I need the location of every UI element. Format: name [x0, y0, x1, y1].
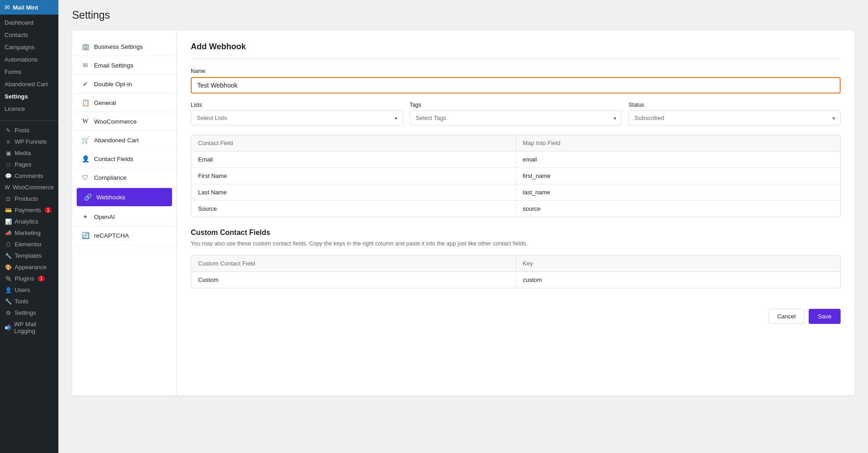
- analytics-icon: 📊: [5, 219, 12, 225]
- contact-field-source: Source: [191, 201, 516, 217]
- sidebar-item-posts[interactable]: ✎ Posts: [0, 125, 58, 136]
- custom-fields-table-header: Custom Contact Field Key: [191, 255, 840, 272]
- contact-field-email: Email: [191, 151, 516, 167]
- menu-item-compliance[interactable]: 🛡 Compliance: [72, 168, 177, 187]
- sidebar-item-analytics[interactable]: 📊 Analytics: [0, 216, 58, 227]
- menu-item-email-settings[interactable]: ✉ Email Settings: [72, 56, 177, 75]
- tags-select[interactable]: Select Tags: [410, 110, 622, 125]
- tags-label: Tags: [410, 102, 622, 108]
- sidebar-item-wp-funnels[interactable]: ≡ WP Funnels: [0, 136, 58, 147]
- sidebar-item-abandoned-cart[interactable]: Abandoned Cart: [0, 78, 58, 90]
- products-icon: ⊡: [5, 196, 12, 202]
- abandoned-cart-icon: 🛒: [81, 136, 89, 144]
- menu-item-openai[interactable]: ✦ OpenAI: [72, 208, 177, 226]
- name-input[interactable]: [191, 77, 841, 94]
- compliance-icon: 🛡: [81, 174, 89, 181]
- sidebar-item-licence[interactable]: Licence: [0, 103, 58, 115]
- general-icon: 📋: [81, 99, 89, 106]
- menu-item-double-optin[interactable]: ✔ Double Opt-in: [72, 75, 177, 94]
- save-button[interactable]: Save: [809, 309, 841, 324]
- map-field-email: email: [516, 151, 841, 167]
- menu-item-business-settings[interactable]: 🏢 Business Settings: [72, 37, 177, 56]
- menu-item-woocommerce[interactable]: W WooCommerce: [72, 112, 177, 131]
- sidebar-item-appearance[interactable]: 🎨 Appearance: [0, 261, 58, 273]
- comments-icon: 💬: [5, 173, 12, 179]
- plugins-badge: 1: [38, 276, 45, 281]
- sidebar-item-campaigns[interactable]: Campaigns: [0, 41, 58, 53]
- openai-icon: ✦: [81, 213, 89, 220]
- sidebar-item-forms[interactable]: Forms: [0, 66, 58, 78]
- map-field-source: source: [516, 201, 841, 217]
- map-field-header: Map Into Field: [516, 135, 841, 151]
- business-settings-icon: 🏢: [81, 43, 89, 50]
- sidebar-item-woocommerce[interactable]: W WooCommerce: [0, 182, 58, 193]
- main-content: Settings 🏢 Business Settings ✉ Email Set…: [58, 0, 868, 453]
- webhook-form-title: Add Webhook: [191, 42, 841, 59]
- contact-fields-table-header: Contact Field Map Into Field: [191, 135, 840, 151]
- sidebar-logo[interactable]: ✉ Mail Mint: [0, 0, 58, 15]
- pages-icon: □: [5, 161, 12, 168]
- sidebar-item-settings[interactable]: Settings: [0, 90, 58, 103]
- custom-fields-title: Custom Contact Fields: [191, 229, 841, 237]
- sidebar-item-wp-mail-logging[interactable]: 📬 WP Mail Logging: [0, 318, 58, 337]
- sidebar-item-media[interactable]: ▣ Media: [0, 147, 58, 159]
- sidebar-item-automations[interactable]: Automations: [0, 53, 58, 66]
- settings-right-panel: Add Webhook Name Lists Select Lists ▼: [177, 31, 854, 396]
- status-select[interactable]: Subscribed: [628, 110, 841, 125]
- menu-item-contact-fields[interactable]: 👤 Contact Fields: [72, 150, 177, 168]
- menu-item-recaptcha[interactable]: 🔄 reCAPTCHA: [72, 226, 177, 245]
- custom-fields-section: Custom Contact Fields You may also use t…: [191, 229, 841, 288]
- sidebar-item-plugins[interactable]: 🔌 Plugins 1: [0, 273, 58, 284]
- table-row: First Name first_name: [191, 168, 840, 184]
- lists-dropdown-group: Lists Select Lists ▼: [191, 102, 403, 125]
- sidebar-item-dashboard[interactable]: Dashboard: [0, 16, 58, 29]
- status-dropdown-wrapper: Subscribed ▼: [628, 110, 841, 125]
- sidebar-item-tools[interactable]: 🔧 Tools: [0, 296, 58, 307]
- sidebar-item-contacts[interactable]: Contacts: [0, 29, 58, 41]
- double-optin-icon: ✔: [81, 80, 89, 88]
- menu-item-general[interactable]: 📋 General: [72, 94, 177, 112]
- sidebar-item-elementor[interactable]: ⬡ Elementor: [0, 239, 58, 250]
- sidebar-item-payments[interactable]: 💳 Payments 1: [0, 204, 58, 216]
- cancel-button[interactable]: Cancel: [769, 309, 804, 324]
- appearance-icon: 🎨: [5, 264, 12, 271]
- contact-field-lastname: Last Name: [191, 184, 516, 200]
- settings-container: 🏢 Business Settings ✉ Email Settings ✔ D…: [72, 31, 854, 396]
- sidebar-item-products[interactable]: ⊡ Products: [0, 193, 58, 204]
- custom-field-custom: Custom: [191, 272, 516, 288]
- menu-item-abandoned-cart[interactable]: 🛒 Abandoned Cart: [72, 131, 177, 150]
- settings-nav-icon: ⚙: [5, 310, 12, 316]
- sidebar-item-templates[interactable]: 🔧 Templates: [0, 250, 58, 261]
- custom-fields-desc: You may also use these custom contact fi…: [191, 240, 841, 248]
- woocommerce-icon: W: [5, 184, 10, 191]
- custom-table-row: Custom custom: [191, 272, 840, 288]
- sidebar-item-pages[interactable]: □ Pages: [0, 159, 58, 170]
- recaptcha-icon: 🔄: [81, 232, 89, 239]
- table-row: Last Name last_name: [191, 184, 840, 201]
- contact-fields-icon: 👤: [81, 155, 89, 162]
- sidebar-item-marketing[interactable]: 📣 Marketing: [0, 227, 58, 239]
- lists-select[interactable]: Select Lists: [191, 110, 403, 125]
- custom-contact-field-header: Custom Contact Field: [191, 255, 516, 271]
- marketing-icon: 📣: [5, 230, 12, 236]
- elementor-icon: ⬡: [5, 241, 12, 248]
- lists-label: Lists: [191, 102, 403, 108]
- status-label: Status: [628, 102, 841, 108]
- sidebar-item-users[interactable]: 👤 Users: [0, 284, 58, 296]
- map-field-firstname: first_name: [516, 168, 841, 184]
- wp-mail-logging-icon: 📬: [5, 324, 11, 331]
- tools-icon: 🔧: [5, 298, 12, 305]
- sidebar-item-settings-nav[interactable]: ⚙ Settings: [0, 307, 58, 318]
- payments-icon: 💳: [5, 207, 12, 213]
- woocommerce-settings-icon: W: [81, 118, 89, 125]
- settings-left-panel: 🏢 Business Settings ✉ Email Settings ✔ D…: [72, 31, 177, 396]
- table-row: Email email: [191, 151, 840, 168]
- mail-mint-icon: ✉: [5, 4, 10, 11]
- menu-item-webhooks[interactable]: 🔗 Webhooks: [77, 188, 172, 207]
- table-row: Source source: [191, 201, 840, 217]
- dropdowns-row: Lists Select Lists ▼ Tags Select Tags: [191, 102, 841, 125]
- email-settings-icon: ✉: [81, 62, 89, 69]
- sidebar-item-comments[interactable]: 💬 Comments: [0, 170, 58, 182]
- contact-field-firstname: First Name: [191, 168, 516, 184]
- users-icon: 👤: [5, 287, 12, 293]
